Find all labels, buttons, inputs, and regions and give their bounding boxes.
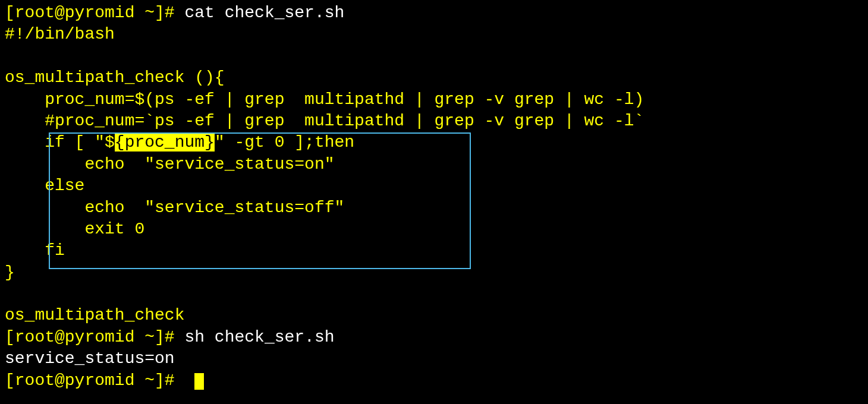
script-content — [5, 285, 15, 303]
terminal-line: #proc_num=`ps -ef | grep multipathd | gr… — [5, 111, 863, 132]
script-content: echo "service_status=on" — [5, 155, 335, 173]
script-content: " -gt 0 ];then — [215, 133, 354, 152]
terminal-line: echo "service_status=off" — [5, 197, 863, 219]
terminal-line: exit 0 — [5, 219, 863, 240]
script-content: else — [5, 176, 84, 195]
shell-command: sh check_ser.sh — [184, 328, 334, 346]
terminal-line: os_multipath_check (){ — [5, 67, 863, 89]
terminal-line: [root@pyromid ~]# sh check_ser.sh — [5, 327, 863, 348]
script-content: exit 0 — [5, 220, 144, 238]
shell-command: cat check_ser.sh — [184, 4, 344, 22]
script-content — [5, 47, 15, 65]
script-content: os_multipath_check (){ — [5, 68, 225, 87]
terminal-line: [root@pyromid ~]# cat check_ser.sh — [5, 2, 863, 24]
command-output: service_status=on — [5, 349, 175, 368]
terminal-line — [5, 46, 863, 67]
script-content: proc_num=$(ps -ef | grep multipathd | gr… — [5, 90, 644, 109]
cursor — [194, 373, 204, 390]
script-content: os_multipath_check — [5, 306, 184, 324]
terminal-line: else — [5, 175, 863, 197]
terminal-line: echo "service_status=on" — [5, 154, 863, 175]
script-content: fi — [5, 241, 65, 260]
script-content: echo "service_status=off" — [5, 198, 344, 217]
terminal-line: proc_num=$(ps -ef | grep multipathd | gr… — [5, 89, 863, 111]
shell-prompt: [root@pyromid ~]# — [5, 328, 184, 346]
terminal-line: if [ "${proc_num}" -gt 0 ];then — [5, 132, 863, 153]
shell-prompt: [root@pyromid ~]# — [5, 371, 184, 390]
script-content: #!/bin/bash — [5, 25, 115, 43]
terminal-output[interactable]: [root@pyromid ~]# cat check_ser.sh#!/bin… — [5, 2, 863, 392]
terminal-line: service_status=on — [5, 348, 863, 370]
script-content: } — [5, 263, 15, 282]
script-content: if [ "$ — [5, 133, 115, 152]
highlighted-text: {proc_num} — [115, 133, 215, 152]
terminal-line — [5, 283, 863, 305]
terminal-line: fi — [5, 240, 863, 261]
terminal-line: [root@pyromid ~]# — [5, 370, 863, 392]
terminal-line: } — [5, 262, 863, 283]
terminal-line: os_multipath_check — [5, 305, 863, 326]
terminal-line: #!/bin/bash — [5, 24, 863, 45]
script-content: #proc_num=`ps -ef | grep multipathd | gr… — [5, 112, 644, 130]
shell-prompt: [root@pyromid ~]# — [5, 4, 184, 22]
